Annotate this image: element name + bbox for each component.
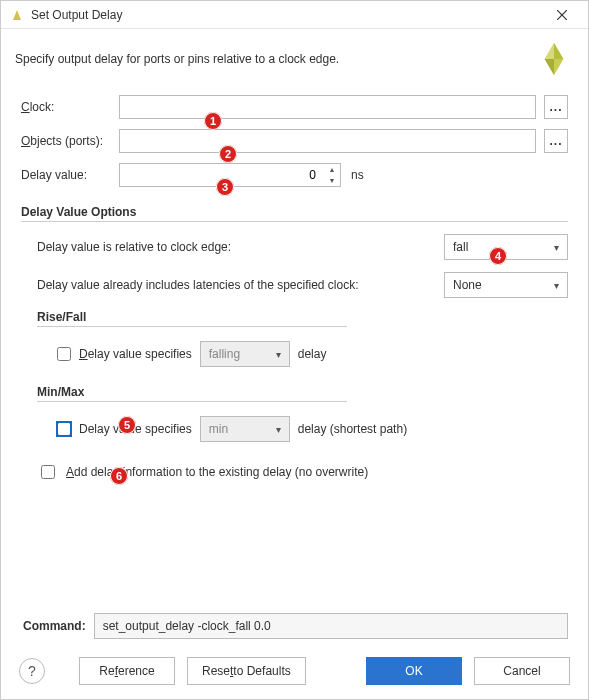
clock-input[interactable] bbox=[119, 95, 536, 119]
chevron-down-icon: ▾ bbox=[554, 242, 559, 253]
objects-input[interactable] bbox=[119, 129, 536, 153]
relative-edge-select[interactable]: fall ▾ bbox=[444, 234, 568, 260]
cancel-button[interactable]: Cancel bbox=[474, 657, 570, 685]
command-label: Command: bbox=[23, 619, 86, 633]
command-row: Command: set_output_delay -clock_fall 0.… bbox=[23, 613, 568, 639]
latencies-label: Delay value already includes latencies o… bbox=[37, 278, 444, 292]
svg-marker-3 bbox=[554, 43, 564, 59]
chevron-down-icon: ▾ bbox=[276, 349, 281, 360]
min-max-title: Min/Max bbox=[37, 385, 568, 399]
rise-fall-section: Rise/Fall Delay value specifies falling … bbox=[37, 310, 568, 367]
clock-label: Clock: bbox=[21, 100, 119, 114]
add-info-checkbox[interactable] bbox=[41, 465, 55, 479]
min-max-checkbox-label: Delay value specifies bbox=[79, 422, 192, 436]
objects-row: Objects (ports): ... bbox=[21, 129, 568, 153]
delay-value-input[interactable] bbox=[119, 163, 341, 187]
min-max-section: Min/Max Delay value specifies min ▾ dela… bbox=[37, 385, 568, 442]
delay-unit-label: ns bbox=[351, 168, 364, 182]
rise-fall-title: Rise/Fall bbox=[37, 310, 568, 324]
header: Specify output delay for ports or pins r… bbox=[1, 29, 588, 89]
tool-logo-icon bbox=[534, 39, 574, 79]
objects-label: Objects (ports): bbox=[21, 134, 119, 148]
relative-edge-label: Delay value is relative to clock edge: bbox=[37, 240, 444, 254]
min-max-suffix: delay (shortest path) bbox=[298, 422, 407, 436]
options-section-title: Delay Value Options bbox=[21, 205, 568, 219]
add-info-label: Add delay information to the existing de… bbox=[66, 465, 368, 479]
command-text: set_output_delay -clock_fall 0.0 bbox=[94, 613, 568, 639]
reset-button[interactable]: Reset to Defaults bbox=[187, 657, 306, 685]
rise-fall-checkbox-label: Delay value specifies bbox=[79, 347, 192, 361]
chevron-down-icon: ▾ bbox=[276, 424, 281, 435]
rise-fall-row: Delay value specifies falling ▾ delay bbox=[57, 341, 568, 367]
window-title: Set Output Delay bbox=[31, 8, 542, 22]
delay-value-label: Delay value: bbox=[21, 168, 119, 182]
close-button[interactable] bbox=[542, 3, 582, 27]
header-description: Specify output delay for ports or pins r… bbox=[15, 52, 534, 66]
ok-button[interactable]: OK bbox=[366, 657, 462, 685]
rise-fall-checkbox[interactable] bbox=[57, 347, 71, 361]
min-max-select: min ▾ bbox=[200, 416, 290, 442]
chevron-down-icon: ▾ bbox=[554, 280, 559, 291]
svg-marker-0 bbox=[13, 10, 21, 20]
app-icon bbox=[9, 7, 25, 23]
min-max-rule bbox=[37, 401, 347, 402]
reference-button[interactable]: Reference bbox=[79, 657, 175, 685]
objects-browse-button[interactable]: ... bbox=[544, 129, 568, 153]
svg-marker-4 bbox=[545, 43, 555, 59]
spin-down-button[interactable]: ▼ bbox=[324, 175, 340, 186]
delay-value-spinner: ▲ ▼ bbox=[119, 163, 341, 187]
clock-row: Clock: ... bbox=[21, 95, 568, 119]
min-max-checkbox[interactable] bbox=[57, 422, 71, 436]
clock-browse-button[interactable]: ... bbox=[544, 95, 568, 119]
latencies-select[interactable]: None ▾ bbox=[444, 272, 568, 298]
min-max-row: Delay value specifies min ▾ delay (short… bbox=[57, 416, 568, 442]
content-area: Clock: ... Objects (ports): ... Delay va… bbox=[1, 89, 588, 482]
add-info-row: Add delay information to the existing de… bbox=[37, 462, 568, 482]
spin-up-button[interactable]: ▲ bbox=[324, 164, 340, 175]
footer: ? Reference Reset to Defaults OK Cancel bbox=[19, 657, 570, 685]
rise-fall-select: falling ▾ bbox=[200, 341, 290, 367]
rise-fall-rule bbox=[37, 326, 347, 327]
latencies-row: Delay value already includes latencies o… bbox=[37, 272, 568, 298]
relative-edge-row: Delay value is relative to clock edge: f… bbox=[37, 234, 568, 260]
rise-fall-suffix: delay bbox=[298, 347, 327, 361]
options-section-rule bbox=[21, 221, 568, 222]
svg-marker-6 bbox=[554, 59, 564, 75]
svg-marker-5 bbox=[545, 59, 555, 75]
delay-value-row: Delay value: ▲ ▼ ns bbox=[21, 163, 568, 187]
spinner-buttons: ▲ ▼ bbox=[324, 164, 340, 186]
help-button[interactable]: ? bbox=[19, 658, 45, 684]
title-bar: Set Output Delay bbox=[1, 1, 588, 29]
